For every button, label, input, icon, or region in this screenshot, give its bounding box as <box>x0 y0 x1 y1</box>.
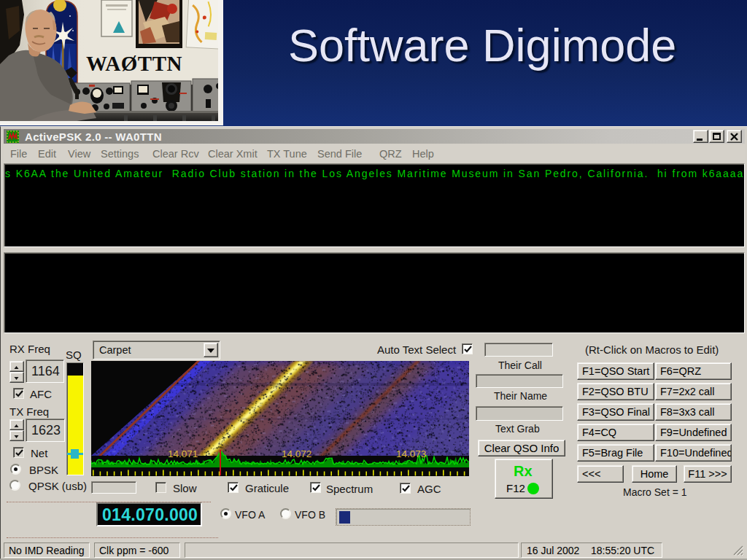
svg-text:14.071: 14.071 <box>168 448 198 459</box>
svg-text:14.073: 14.073 <box>396 448 426 459</box>
svg-text:14.072: 14.072 <box>282 448 311 459</box>
svg-text:WAØTTN: WAØTTN <box>86 52 182 75</box>
